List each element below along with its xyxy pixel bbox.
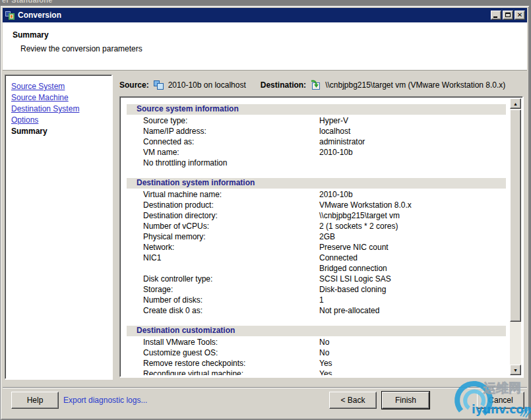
sidebar-item-summary: Summary (11, 126, 111, 137)
row-value: Disk-based cloning (319, 284, 386, 295)
row-value: Hyper-V (319, 115, 348, 126)
row-label: Destination directory: (143, 211, 218, 220)
dialog-titlebar[interactable]: Conversion ✕ (3, 8, 527, 22)
summary-row: No throttling information (121, 158, 510, 168)
row-value: administrator (319, 136, 365, 147)
summary-row: VM name:2010-10b (121, 147, 510, 158)
summary-row: Disk controller type:SCSI LSI Logic SAS (121, 274, 510, 284)
summary-row: Bridged connection (121, 263, 510, 274)
row-value: Preserve NIC count (319, 242, 389, 253)
row-value: 2GB (319, 231, 335, 242)
footer-divider (3, 387, 527, 388)
row-label: Physical memory: (143, 232, 206, 241)
summary-row: Reconfigure virtual machine:Yes (121, 369, 510, 375)
row-label: Name/IP address: (143, 127, 206, 136)
minimize-icon (493, 16, 497, 18)
vertical-scrollbar[interactable]: ▲ ▼ (510, 98, 521, 375)
summary-row: NIC1Connected (121, 253, 510, 263)
row-label: Number of disks: (143, 295, 203, 305)
summary-row: Source type:Hyper-V (121, 115, 510, 126)
summary-scroll-content: Source system informationSource type:Hyp… (121, 98, 510, 375)
row-value: Connected (319, 253, 358, 263)
row-value: SCSI LSI Logic SAS (319, 274, 391, 284)
row-label: Number of vCPUs: (143, 222, 209, 231)
row-label: Virtual machine name: (143, 190, 222, 199)
summary-row: Name/IP address:localhost (121, 126, 510, 136)
row-value: 1 (319, 295, 324, 305)
cancel-button[interactable]: Cancel (477, 392, 524, 409)
row-value: Bridged connection (319, 263, 387, 274)
sidebar-item-destination-system[interactable]: Destination System (11, 104, 111, 115)
summary-row: Storage:Disk-based cloning (121, 284, 510, 295)
sidebar-item-source-system[interactable]: Source System (11, 81, 111, 92)
summary-panel: Source system informationSource type:Hyp… (119, 96, 523, 377)
summary-row: Number of disks:1 (121, 295, 510, 305)
summary-row: Destination product:VMware Workstation 8… (121, 200, 510, 210)
row-label: NIC1 (143, 253, 161, 262)
close-icon: ✕ (515, 11, 524, 19)
row-label: Storage: (143, 285, 173, 294)
row-label: Install VMware Tools: (143, 338, 218, 347)
scroll-up-button[interactable]: ▲ (510, 98, 521, 109)
summary-row: Number of vCPUs:2 (1 sockets * 2 cores) (121, 221, 510, 231)
finish-button[interactable]: Finish (382, 392, 429, 409)
row-value: \\cnbjpbg215\target vm (319, 210, 400, 221)
row-value: Yes (319, 369, 332, 375)
row-value: No (319, 337, 329, 347)
maximize-button[interactable] (503, 11, 513, 20)
row-label: Source type: (143, 116, 187, 125)
row-value: localhost (319, 126, 350, 136)
dialog-title: Conversion (18, 11, 61, 20)
source-vm-icon (153, 80, 164, 90)
export-diagnostic-logs-link[interactable]: Export diagnostic logs... (63, 396, 147, 405)
row-value: No (319, 347, 329, 358)
source-value: 2010-10b on localhost (168, 80, 246, 90)
section-header: Destination customization (127, 326, 506, 336)
row-label: Connected as: (143, 137, 194, 146)
summary-row: Destination directory:\\cnbjpbg215\targe… (121, 210, 510, 221)
maximize-icon (505, 13, 511, 17)
close-button[interactable]: ✕ (515, 11, 525, 20)
summary-row: Network:Preserve NIC count (121, 242, 510, 253)
row-value: 2010-10b (319, 147, 353, 158)
scrollbar-thumb[interactable] (510, 109, 521, 322)
conversion-dialog: Conversion ✕ Summary Review the conversi… (0, 5, 530, 420)
wizard-steps: Source SystemSource MachineDestination S… (5, 75, 112, 379)
wizard-header: Summary Review the conversion parameters (3, 22, 527, 71)
back-button[interactable]: < Back (329, 392, 377, 409)
summary-row: Virtual machine name:2010-10b (121, 189, 510, 200)
row-value: Yes (319, 358, 332, 369)
row-value: 2 (1 sockets * 2 cores) (319, 221, 398, 231)
row-label: Remove restore checkpoints: (143, 359, 245, 368)
row-label: VM name: (143, 148, 179, 157)
destination-value: \\cnbjpbg215\target vm (VMware Workstati… (325, 80, 505, 90)
row-value: 2010-10b (319, 189, 353, 200)
row-label: Customize guest OS: (143, 348, 218, 357)
screen: { "background_window": { "title_partial"… (0, 0, 531, 420)
context-bar: Source: 2010-10b on localhost Destinatio… (119, 78, 523, 92)
sidebar-item-options[interactable]: Options (11, 115, 111, 126)
scroll-down-button[interactable]: ▼ (510, 365, 521, 375)
summary-row: Customize guest OS:No (121, 347, 510, 358)
page-subtitle: Review the conversion parameters (20, 44, 142, 53)
help-button[interactable]: Help (11, 392, 59, 409)
destination-target-icon (310, 80, 321, 90)
page-title: Summary (13, 30, 49, 40)
background-window-title: er Standalone (2, 0, 531, 4)
row-label: Create disk 0 as: (143, 306, 203, 315)
minimize-button[interactable] (491, 11, 501, 20)
row-label: Disk controller type: (143, 274, 212, 284)
row-label: Destination product: (143, 200, 214, 210)
summary-row: Physical memory:2GB (121, 231, 510, 242)
row-value: Not pre-allocated (319, 305, 379, 316)
converter-app-icon (5, 10, 15, 20)
section-header: Source system information (127, 104, 506, 115)
row-label: Network: (143, 243, 174, 252)
row-value: VMware Workstation 8.0.x (319, 200, 412, 210)
summary-row: Remove restore checkpoints:Yes (121, 358, 510, 369)
row-label: Reconfigure virtual machine: (143, 369, 243, 375)
row-label: No throttling information (143, 158, 227, 167)
summary-row: Create disk 0 as:Not pre-allocated (121, 305, 510, 316)
summary-row: Install VMware Tools:No (121, 337, 510, 347)
sidebar-item-source-machine[interactable]: Source Machine (11, 92, 111, 104)
